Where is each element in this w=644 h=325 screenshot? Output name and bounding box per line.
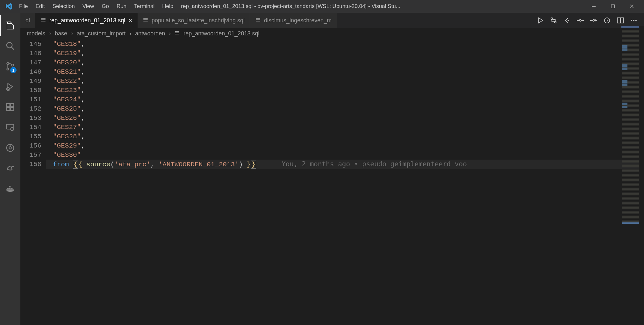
editor-body[interactable]: 1451461471481491501511521531541551561571… (20, 39, 644, 325)
svg-point-17 (9, 147, 11, 149)
code-line[interactable]: "GES26", (46, 113, 644, 123)
minimize-button[interactable] (584, 0, 603, 13)
history-icon[interactable] (603, 16, 612, 25)
split-editor-icon[interactable] (616, 16, 625, 25)
code-line[interactable]: "GES22", (46, 76, 644, 86)
svg-rect-12 (11, 107, 14, 111)
menu-view[interactable]: View (79, 1, 98, 11)
activity-bar: 1 (0, 13, 20, 325)
svg-point-26 (579, 19, 581, 21)
svg-point-15 (11, 127, 14, 131)
svg-point-34 (631, 20, 632, 21)
minimap[interactable] (622, 26, 639, 224)
search-activity[interactable] (0, 36, 20, 56)
title-bar: File Edit Selection View Go Run Terminal… (0, 0, 644, 13)
window-title: rep_antwoorden_01_2013.sql - ov-project-… (181, 3, 400, 10)
extensions-activity[interactable] (0, 97, 20, 117)
svg-rect-21 (11, 188, 13, 190)
svg-point-25 (568, 20, 569, 21)
tab-0[interactable]: ql (20, 13, 35, 28)
crumb-0[interactable]: models (27, 30, 45, 37)
code-line[interactable]: "GES18", (46, 40, 644, 49)
maximize-button[interactable] (603, 0, 622, 13)
remote-explorer-activity[interactable] (0, 117, 20, 138)
svg-rect-1 (611, 5, 614, 8)
share-activity[interactable] (0, 158, 20, 178)
line-number: 152 (20, 104, 46, 113)
tab-label: discimus_ingeschreven_m (264, 17, 332, 24)
line-number: 149 (20, 76, 46, 86)
line-number: 155 (20, 132, 46, 141)
chevron-right-icon: › (169, 30, 171, 37)
commit-prev-icon[interactable] (576, 16, 585, 25)
svg-point-7 (7, 68, 9, 70)
tab-label: ql (25, 17, 30, 24)
revert-icon[interactable] (562, 16, 571, 25)
menu-terminal[interactable]: Terminal (130, 1, 158, 11)
svg-point-35 (633, 20, 634, 21)
line-number: 157 (20, 150, 46, 160)
crumb-2[interactable]: ata_custom_import (77, 30, 125, 37)
menu-run[interactable]: Run (113, 1, 130, 11)
svg-point-6 (7, 62, 9, 64)
window-controls (584, 0, 641, 13)
crumb-4[interactable]: rep_antwoorden_01_2013.sql (183, 30, 259, 37)
breadcrumb[interactable]: models › base › ata_custom_import › antw… (20, 28, 644, 39)
line-number: 146 (20, 49, 46, 58)
menu-help[interactable]: Help (158, 1, 177, 11)
code-line[interactable]: "GES29", (46, 141, 644, 150)
code-content[interactable]: "GES18","GES19","GES20","GES21","GES22",… (46, 39, 644, 325)
explorer-activity[interactable] (0, 15, 20, 36)
line-number-gutter: 1451461471481491501511521531541551561571… (20, 39, 46, 325)
code-line[interactable]: "GES21", (46, 67, 644, 76)
source-control-activity[interactable]: 1 (0, 56, 20, 76)
crumb-3[interactable]: antwoorden (135, 30, 165, 37)
more-actions-icon[interactable] (629, 16, 638, 25)
line-number: 147 (20, 58, 46, 67)
menu-go[interactable]: Go (98, 1, 113, 11)
code-line[interactable]: "GES23", (46, 86, 644, 95)
run-icon[interactable] (536, 16, 545, 25)
git-compare-icon[interactable] (549, 16, 558, 25)
code-line[interactable]: "GES24", (46, 95, 644, 104)
code-line[interactable]: "GES20", (46, 58, 644, 67)
svg-rect-20 (9, 188, 11, 190)
svg-rect-11 (7, 107, 10, 111)
vertical-scrollbar[interactable] (639, 26, 644, 325)
line-number: 151 (20, 95, 46, 104)
tab-2[interactable]: populatie_so_laatste_inschrijving.sql (138, 13, 250, 28)
gitlens-activity[interactable] (0, 138, 20, 158)
editor-actions (530, 13, 644, 28)
svg-point-4 (7, 42, 12, 48)
commit-next-icon[interactable] (589, 16, 598, 25)
tab-1[interactable]: rep_antwoorden_01_2013.sql × (35, 13, 138, 28)
menu-bar: File Edit Selection View Go Run Terminal… (15, 1, 177, 11)
menu-file[interactable]: File (15, 1, 32, 11)
code-line[interactable]: "GES30" (46, 150, 644, 160)
sql-file-icon (175, 30, 180, 37)
vscode-logo-icon (5, 3, 13, 10)
svg-rect-10 (7, 104, 10, 107)
code-line[interactable]: "GES28", (46, 132, 644, 141)
code-line[interactable]: "GES27", (46, 123, 644, 132)
svg-line-5 (11, 47, 14, 50)
menu-selection[interactable]: Selection (49, 1, 79, 11)
sql-file-icon (255, 17, 261, 24)
tab-label: rep_antwoorden_01_2013.sql (49, 17, 125, 24)
editor-area: ql rep_antwoorden_01_2013.sql × populati… (20, 13, 644, 325)
line-number: 145 (20, 40, 46, 49)
run-debug-activity[interactable] (0, 76, 20, 97)
code-line[interactable]: "GES19", (46, 49, 644, 58)
menu-edit[interactable]: Edit (32, 1, 48, 11)
code-line[interactable]: from {{ source('ata_prc', 'ANTWOORDEN_01… (46, 160, 644, 169)
crumb-1[interactable]: base (55, 30, 67, 37)
line-number: 153 (20, 113, 46, 123)
tab-3[interactable]: discimus_ingeschreven_m (250, 13, 337, 28)
code-line[interactable]: "GES25", (46, 104, 644, 113)
editor-tabs: ql rep_antwoorden_01_2013.sql × populati… (20, 13, 644, 28)
close-button[interactable] (622, 0, 641, 13)
sql-file-icon (40, 17, 46, 24)
docker-activity[interactable] (0, 178, 20, 199)
close-tab-icon[interactable]: × (128, 17, 132, 24)
line-number: 156 (20, 141, 46, 150)
